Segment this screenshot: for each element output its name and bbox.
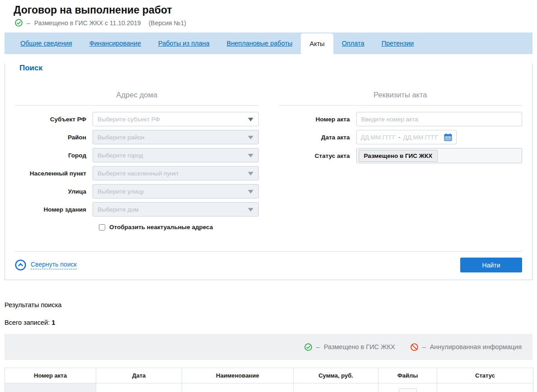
act-section: Реквизиты акта Номер акта Дата акта ДД.М… xyxy=(269,77,532,242)
cell-files xyxy=(378,383,437,392)
acts-table: Номер акта Дата Наименование Сумма, руб.… xyxy=(5,368,533,392)
results-total-value: 1 xyxy=(51,319,55,326)
tabbar: Общие сведения Финансирование Работы из … xyxy=(5,32,532,54)
legend-dash: – xyxy=(422,343,426,350)
settlement-select: Выберите населенный пункт xyxy=(93,166,259,180)
page-title: Договор на выполнение работ xyxy=(14,4,532,16)
status-text: Размещено в ГИС ЖКХ с 11.10.2019 xyxy=(34,19,141,27)
chevron-down-icon xyxy=(248,136,253,139)
collapse-search-label[interactable]: Свернуть поиск xyxy=(31,261,77,269)
building-placeholder: Выберите дом xyxy=(98,206,139,213)
legend-item-placed: – Размещено в ГИС ЖКХ xyxy=(304,343,395,351)
address-section: Адрес дома Субъект РФ Выберите субъект Р… xyxy=(5,77,269,242)
find-button[interactable]: Найти xyxy=(460,258,522,272)
divider xyxy=(279,105,523,106)
legend-annulled-text: Аннулированная информация xyxy=(430,343,522,350)
status-dash: – xyxy=(27,19,30,27)
tab-financing[interactable]: Финансирование xyxy=(81,32,149,54)
check-circle-icon xyxy=(304,343,312,351)
district-select: Выберите район xyxy=(93,130,259,144)
act-section-title: Реквизиты акта xyxy=(279,91,523,99)
legend-placed-text: Размещено в ГИС ЖКХ xyxy=(324,343,395,350)
results-title: Результаты поиска xyxy=(5,301,532,309)
collapse-search-link[interactable]: Свернуть поиск xyxy=(15,259,77,271)
table-header-row: Номер акта Дата Наименование Сумма, руб.… xyxy=(5,368,533,383)
chevron-down-icon xyxy=(248,190,253,194)
collapse-circle-up-icon[interactable] xyxy=(15,259,26,271)
tab-unplanned-works[interactable]: Внеплановые работы xyxy=(218,32,301,54)
cell-status xyxy=(437,383,533,392)
settlement-placeholder: Выберите населенный пункт xyxy=(98,170,179,177)
city-select: Выберите город xyxy=(93,148,259,162)
city-placeholder: Выберите город xyxy=(98,152,143,159)
header-act-number: Номер акта xyxy=(5,368,96,383)
tab-payment[interactable]: Оплата xyxy=(333,32,373,54)
chevron-down-icon xyxy=(248,154,253,157)
district-label: Район xyxy=(15,134,93,141)
status-legend-bar: – Размещено в ГИС ЖКХ – Аннулированная и… xyxy=(5,334,532,360)
table-row: 417 01.10.2019 Акт 417 1 000.00 xyxy=(5,383,533,392)
show-outdated-checkbox[interactable] xyxy=(99,224,105,231)
ban-icon xyxy=(411,343,418,351)
search-title: Поиск xyxy=(19,64,532,73)
legend-dash: – xyxy=(316,343,320,350)
district-placeholder: Выберите район xyxy=(98,134,145,141)
subject-label: Субъект РФ xyxy=(15,116,93,123)
search-panel-footer: Свернуть поиск Найти xyxy=(15,251,522,272)
page: Договор на выполнение работ – Размещено … xyxy=(5,4,532,392)
results-total: Всего записей: 1 xyxy=(5,319,532,326)
act-number-label: Номер акта xyxy=(279,116,356,123)
act-date-range-input[interactable]: ДД.ММ.ГГГГ - ДД.ММ.ГГГГ xyxy=(356,130,457,144)
header-name: Наименование xyxy=(182,368,294,383)
tab-acts[interactable]: Акты xyxy=(301,33,333,54)
show-outdated-label[interactable]: Отобразить неактуальные адреса xyxy=(109,224,213,231)
subject-select[interactable]: Выберите субъект РФ xyxy=(93,112,259,126)
divider xyxy=(15,105,259,106)
header-files: Файлы xyxy=(378,368,437,383)
building-label: Номер здания xyxy=(15,206,93,213)
act-number-input[interactable] xyxy=(356,112,523,126)
cell-name: Акт 417 xyxy=(182,383,294,392)
act-status-selected-chip[interactable]: Размещено в ГИС ЖКХ xyxy=(359,150,438,162)
version-label: (Версия №1) xyxy=(149,19,186,27)
cell-sum: 1 000.00 xyxy=(294,383,378,392)
date-from-placeholder: ДД.ММ.ГГГГ xyxy=(361,134,396,141)
act-date-label: Дата акта xyxy=(279,134,356,141)
act-status-select[interactable]: Размещено в ГИС ЖКХ xyxy=(356,148,523,163)
cell-act-number: 417 xyxy=(5,383,96,392)
placed-status-icon xyxy=(15,19,23,27)
tab-claims[interactable]: Претензии xyxy=(373,32,422,54)
settlement-label: Населенный пункт xyxy=(15,170,93,177)
building-select: Выберите дом xyxy=(93,202,259,217)
chevron-down-icon xyxy=(248,208,253,212)
tab-general[interactable]: Общие сведения xyxy=(12,32,81,54)
act-status-label: Статус акта xyxy=(279,152,356,159)
chevron-down-icon xyxy=(248,172,253,175)
cell-date: 01.10.2019 xyxy=(96,383,182,392)
calendar-icon[interactable] xyxy=(444,134,452,141)
city-label: Город xyxy=(15,152,93,159)
results-total-label: Всего записей: xyxy=(5,319,50,326)
subject-placeholder: Выберите субъект РФ xyxy=(98,116,160,123)
header-status: Статус xyxy=(437,368,533,383)
search-panel: Поиск Адрес дома Субъект РФ Выберите суб… xyxy=(5,64,532,280)
contract-status-line: – Размещено в ГИС ЖКХ с 11.10.2019 (Верс… xyxy=(15,19,532,27)
legend-item-annulled: – Аннулированная информация xyxy=(411,343,522,351)
street-label: Улица xyxy=(15,188,93,195)
attachment-button[interactable] xyxy=(399,388,417,392)
address-section-title: Адрес дома xyxy=(15,91,259,99)
street-placeholder: Выберите улицу xyxy=(98,188,144,195)
chevron-down-icon xyxy=(248,118,253,121)
date-separator: - xyxy=(398,134,401,141)
header-sum: Сумма, руб. xyxy=(294,368,378,383)
street-select: Выберите улицу xyxy=(93,184,259,198)
date-to-placeholder: ДД.ММ.ГГГГ xyxy=(403,134,439,141)
header-date: Дата xyxy=(96,368,182,383)
tab-plan-works[interactable]: Работы из плана xyxy=(149,32,218,54)
